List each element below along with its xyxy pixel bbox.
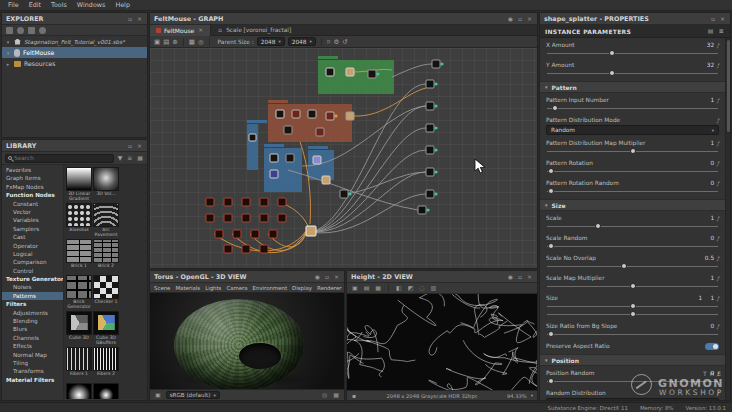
graph-node[interactable] [322,176,330,184]
section-position[interactable]: ▾Position [540,354,725,366]
node-output-dot[interactable] [440,62,443,65]
library-item-fibers-1[interactable]: Fibers 1 [66,347,92,382]
library-category-constant[interactable]: Constant [2,200,63,208]
3dview-menu-display[interactable]: Display [292,285,312,291]
function-icon[interactable]: ƒ [717,42,719,48]
library-category-normal-map[interactable]: Normal Map [2,351,63,359]
library-item-cube-3d[interactable]: Cube 3D [66,311,92,346]
graph-node[interactable] [270,170,278,178]
library-category-function-nodes[interactable]: Function Nodes [2,191,63,199]
search-box[interactable] [5,154,114,163]
slider-handle[interactable] [630,283,636,289]
library-category-cast[interactable]: Cast [2,233,63,241]
graph-node[interactable] [326,112,334,120]
parent-size-height-dropdown[interactable]: 2048 ▾ [288,37,316,46]
2d-viewport[interactable] [347,294,537,390]
graph-node[interactable] [206,214,214,222]
3dview-menu-materials[interactable]: Materials [175,285,200,291]
3dview-menu-camera[interactable]: Camera [226,285,247,291]
close-icon[interactable]: × [136,13,143,25]
library-category-fxmap-nodes[interactable]: FxMap Nodes [2,183,63,191]
dock-icon[interactable]: ▫ [127,13,133,25]
grid-snap-icon[interactable]: ⌗ [327,36,331,48]
menu-icon[interactable]: ≡ [718,25,725,37]
menu-item-help[interactable]: Help [110,0,135,11]
graph-node[interactable] [432,60,440,68]
node-output-dot[interactable] [376,72,379,75]
function-icon[interactable]: ƒ [717,117,719,123]
library-item-brick-2[interactable]: Brick 2 [93,239,119,274]
home-icon[interactable]: ⌂ [217,24,223,36]
graph-node[interactable] [316,128,324,136]
menu-item-edit[interactable]: Edit [24,0,46,11]
display-mode-icon[interactable]: ▣ [154,389,162,401]
fit-view-icon[interactable]: ▦ [189,36,195,48]
library-category-transforms[interactable]: Transforms [2,367,63,375]
library-category-material-filters[interactable]: Material Filters [2,376,63,384]
list-view-icon[interactable]: ≡ [126,152,133,164]
pin-icon[interactable]: ◉ [507,13,514,25]
select-tool-icon[interactable]: ▣ [154,36,160,48]
graph-node[interactable] [368,70,376,78]
graph-node[interactable] [426,80,434,88]
link-icon[interactable] [17,27,24,34]
tiling-icon[interactable]: ▦ [374,282,382,294]
library-category-variables[interactable]: Variables [2,216,63,224]
slider-handle[interactable] [548,378,554,384]
graph-node[interactable] [278,214,286,222]
library-category-comparison[interactable]: Comparison [2,258,63,266]
dock-icon[interactable]: ▫ [710,13,716,25]
param-slider[interactable] [546,377,719,385]
settings-icon[interactable]: ⚙ [333,36,339,48]
close-icon[interactable]: × [526,271,533,283]
search-input[interactable] [14,155,111,161]
param-slider[interactable] [546,49,719,57]
close-icon[interactable]: × [526,13,533,25]
close-icon[interactable]: × [136,140,143,152]
library-category-adjustments[interactable]: Adjustments [2,309,63,317]
graph-tab-feltmouse[interactable]: FeltMouse × [150,25,211,36]
new-package-icon[interactable] [6,27,13,34]
library-item-brick-generator[interactable]: Brick Generator [66,275,92,310]
parent-size-width-dropdown[interactable]: 2048 ▾ [257,37,285,46]
3d-viewport[interactable] [150,293,344,389]
graph-node[interactable] [224,214,232,222]
graph-node[interactable] [270,154,278,162]
library-item-arc-pavement[interactable]: Arc Pavement [93,203,119,238]
graph-node[interactable] [224,245,232,253]
menu-item-windows[interactable]: Windows [72,0,111,11]
list-icon[interactable]: ▤ [707,25,715,37]
graph-node[interactable] [233,230,241,238]
3dview-menu-renderer[interactable]: Renderer [317,285,342,291]
param-slider[interactable] [546,242,719,250]
function-icon[interactable]: ƒ [717,97,719,103]
explorer-item-feltmouse[interactable]: ▾FeltMouse [2,47,147,58]
graph-node[interactable] [426,190,434,198]
function-icon[interactable]: ƒ [717,160,719,166]
actual-size-icon[interactable]: ▤ [363,282,371,294]
function-icon[interactable]: ƒ [717,235,719,241]
tab-close-icon[interactable]: × [197,24,204,36]
3dview-menu-environment[interactable]: Environment [253,285,287,291]
slider-handle[interactable] [548,168,554,174]
properties-scrollbar[interactable] [725,38,730,400]
library-category-control[interactable]: Control [2,267,63,275]
library-category-texture-generators[interactable]: Texture Generators [2,275,63,283]
library-category-graph-items[interactable]: Graph Items [2,174,63,182]
param-dropdown[interactable]: Random▾ [546,125,719,135]
save-icon[interactable] [28,27,35,34]
expand-arrow-icon[interactable]: ▾ [5,39,11,45]
library-category-samplers[interactable]: Samplers [2,225,63,233]
graph-node[interactable] [426,146,434,154]
graph-node[interactable] [346,68,354,76]
graph-node[interactable] [292,110,300,118]
instance-parameters-bar[interactable]: INSTANCE PARAMETERS ▤ ≡ [540,25,730,38]
graph-canvas[interactable] [150,48,537,268]
graph-node[interactable] [242,214,250,222]
node-output-dot[interactable] [334,114,337,117]
toggle-switch[interactable] [705,343,719,350]
param-slider[interactable] [546,167,719,175]
slider-handle[interactable] [630,311,636,317]
node-output-dot[interactable] [434,82,437,85]
node-graph[interactable] [150,48,537,268]
